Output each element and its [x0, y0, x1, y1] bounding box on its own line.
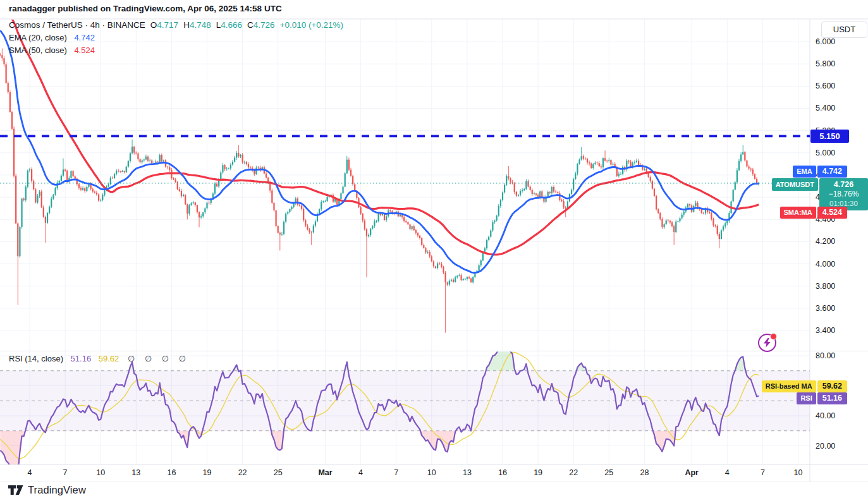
sma-badge-value: 4.524	[817, 207, 847, 219]
rsi-ma-legend-value: 59.62	[99, 354, 119, 363]
level-price-badge: 5.150	[810, 130, 849, 143]
symbol-legend-row[interactable]: Cosmos / TetherUS · 4h · BINANCEO4.717H4…	[9, 20, 343, 30]
time-tick-label: Mar	[312, 468, 339, 477]
rsi-axis-badge: RSI 51.16	[797, 392, 847, 404]
lightning-icon	[763, 338, 771, 348]
ohlc-close-value: 4.726	[254, 20, 275, 30]
sma-legend-row[interactable]: SMA (50, close) 4.524	[9, 45, 343, 56]
time-tick-label: 19	[193, 468, 221, 477]
symbol-badge-price: 4.726	[819, 180, 868, 190]
time-tick-label: 22	[229, 468, 257, 477]
time-tick-label: 25	[595, 468, 623, 477]
time-tick-label: 10	[87, 468, 114, 477]
ema-badge-value: 4.742	[817, 166, 847, 178]
time-tick-label: 10	[418, 468, 446, 477]
currency-button[interactable]: USDT	[821, 21, 867, 38]
ohlc-high-key: H	[183, 20, 190, 30]
symbol-badge-tag: ATOMUSDT	[772, 178, 818, 191]
time-tick-label: 13	[453, 468, 481, 477]
notification-dot	[770, 333, 777, 340]
time-tick-label: 22	[559, 468, 587, 477]
rsi-legend-value: 51.16	[71, 354, 92, 363]
time-tick-label: 4	[16, 468, 44, 477]
time-tick-label: Apr	[678, 468, 706, 477]
time-tick-label: 13	[122, 468, 150, 477]
ohlc-open-value: 4.717	[157, 20, 178, 30]
rsi-ma-axis-badge: RSI-based MA 59.62	[762, 380, 847, 392]
ema-axis-badge: EMA 4.742	[793, 166, 847, 178]
ema-badge-tag: EMA	[793, 166, 816, 178]
time-tick-label: 7	[749, 468, 776, 477]
price-tick-label: 3.800	[816, 281, 835, 291]
sma-legend-value: 4.524	[74, 45, 95, 55]
rsi-badge-value: 51.16	[817, 392, 847, 404]
symbol-axis-badge: ATOMUSDT 4.726 −18.76% 01:01:30	[772, 178, 868, 210]
rsi-ma-badge-value: 59.62	[817, 380, 847, 392]
sma-badge-tag: SMA:MA	[780, 207, 816, 219]
ohlc-change: +0.010 (+0.21%)	[280, 20, 344, 30]
ohlc-close-key: C	[247, 20, 254, 30]
rsi-legend[interactable]: RSI (14, close) 51.16 59.62 ∅ ∅ ∅ ∅	[9, 354, 190, 363]
sma-axis-badge: SMA:MA 4.524	[780, 207, 848, 219]
rsi-legend-empty-markers: ∅ ∅ ∅ ∅	[128, 354, 190, 363]
time-tick-label: 16	[489, 468, 517, 477]
ohlc-low-value: 4.666	[221, 20, 242, 30]
time-tick-label: 10	[785, 468, 812, 477]
symbol-title: Cosmos / TetherUS · 4h · BINANCE	[9, 20, 145, 30]
ema-legend-row[interactable]: EMA (20, close) 4.742	[9, 32, 343, 43]
tradingview-logo-text: TradingView	[28, 484, 86, 496]
time-tick-label: 16	[157, 468, 185, 477]
price-tick-label: 5.000	[816, 148, 835, 158]
ema-legend-label: EMA (20, close)	[9, 33, 67, 42]
symbol-badge-values: 4.726 −18.76% 01:01:30	[819, 178, 868, 210]
symbol-legend: Cosmos / TetherUS · 4h · BINANCEO4.717H4…	[9, 20, 343, 56]
price-tick-label: 4.000	[816, 259, 835, 269]
ohlc-high-value: 4.748	[190, 20, 211, 30]
ema-legend-value: 4.742	[74, 33, 95, 42]
rsi-tick-label: 80.00	[816, 351, 835, 361]
time-tick-label: 28	[630, 468, 658, 477]
price-tick-label: 5.400	[816, 103, 835, 113]
chart-canvas[interactable]	[0, 0, 868, 482]
price-tick-label: 6.000	[816, 37, 835, 47]
rsi-ma-badge-tag: RSI-based MA	[762, 380, 816, 392]
time-tick-label: 7	[51, 468, 79, 477]
price-tick-label: 5.600	[816, 81, 835, 91]
time-tick-label: 7	[382, 468, 410, 477]
time-tick-label: 19	[524, 468, 552, 477]
price-tick-label: 4.200	[816, 236, 835, 246]
tradingview-mark-icon	[8, 484, 24, 496]
publication-marker[interactable]	[758, 334, 776, 352]
symbol-badge-change: −18.76%	[819, 190, 868, 199]
price-tick-label: 3.600	[816, 303, 835, 313]
sma-legend-label: SMA (50, close)	[9, 45, 67, 55]
price-tick-label: 5.800	[816, 59, 835, 69]
ohlc-open-key: O	[150, 20, 157, 30]
ema-line	[0, 30, 759, 272]
time-tick-label: 4	[347, 468, 375, 477]
rsi-badge-tag: RSI	[797, 392, 816, 404]
time-tick-label: 4	[713, 468, 741, 477]
tradingview-published-chart: ranadagger published on TradingView.com,…	[0, 0, 868, 503]
rsi-tick-label: 20.00	[816, 441, 835, 451]
tradingview-logo[interactable]: TradingView	[8, 484, 86, 496]
price-tick-label: 3.400	[816, 325, 835, 336]
rsi-tick-label: 40.00	[816, 411, 835, 421]
rsi-legend-label: RSI (14, close)	[9, 354, 63, 363]
time-tick-label: 25	[264, 468, 292, 477]
